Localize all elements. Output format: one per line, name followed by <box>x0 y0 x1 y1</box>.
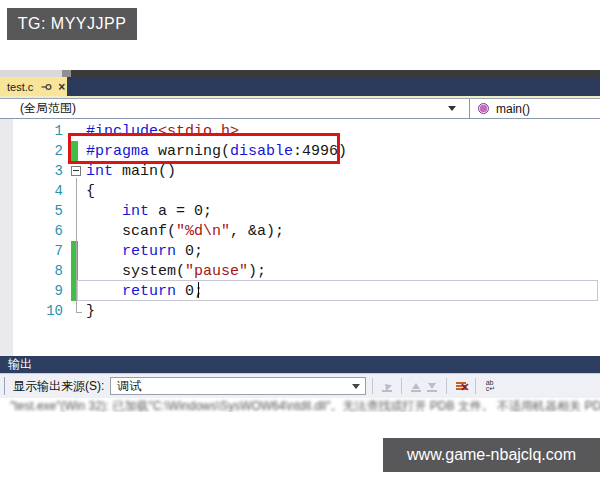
code-text: return 0; <box>81 243 203 260</box>
line-number: 3 <box>13 163 69 179</box>
code-line-2[interactable]: 2#pragma warning(disable:4996) <box>13 141 600 161</box>
close-icon[interactable]: × <box>58 81 65 93</box>
method-icon <box>478 103 489 114</box>
fold-guide-end <box>76 312 82 313</box>
chrome-strip-light <box>0 70 62 77</box>
output-source-value: 调试 <box>117 378 141 395</box>
watermark-website: www.game-nbajclq.com <box>383 438 600 472</box>
code-text: } <box>81 303 95 320</box>
output-source-label: 显示输出来源(S): <box>13 378 104 395</box>
text-caret <box>198 282 199 298</box>
tab-test-c[interactable]: test.c × <box>0 77 67 96</box>
line-number: 7 <box>13 243 69 259</box>
toolbar-grip <box>4 377 5 395</box>
word-wrap-icon[interactable]: ab c↵ <box>482 378 498 394</box>
code-line-1[interactable]: 1#include<stdio.h> <box>13 121 600 141</box>
scope-dropdown-value: (全局范围) <box>20 100 76 117</box>
output-source-combobox[interactable]: 调试 <box>110 377 366 395</box>
document-tab-strip: test.c × <box>0 77 600 96</box>
change-indicator-gutter <box>69 241 81 261</box>
line-number: 4 <box>13 183 69 199</box>
toolbar-separator <box>372 378 373 394</box>
watermark-website-label: www.game-nbajclq.com <box>407 446 576 464</box>
output-log-area: ″test.exe″(Win 32): 已加载″C:\Windows\SysWO… <box>0 398 600 412</box>
code-text: { <box>81 183 95 200</box>
code-line-10[interactable]: 10} <box>13 301 600 321</box>
current-line-highlight <box>77 280 598 301</box>
line-number: 6 <box>13 223 69 239</box>
member-dropdown[interactable]: main() <box>469 99 600 118</box>
watermark-telegram-label: TG: MYYJJPP <box>18 15 127 33</box>
indicator-margin <box>0 119 13 356</box>
code-text: #pragma warning(disable:4996) <box>81 143 347 160</box>
watermark-telegram: TG: MYYJJPP <box>7 8 137 40</box>
output-panel-title[interactable]: 输出 <box>0 356 600 373</box>
blurred-output-line: ″test.exe″(Win 32): 已加载″C:\Windows\SysWO… <box>10 398 600 412</box>
output-panel-title-label: 输出 <box>8 356 32 373</box>
change-indicator-gutter <box>69 141 81 161</box>
scope-dropdown[interactable]: (全局范围) <box>0 99 468 118</box>
collapse-minus-icon[interactable] <box>71 166 81 176</box>
code-editor[interactable]: 1#include<stdio.h>2#pragma warning(disab… <box>0 119 600 356</box>
chevron-down-icon <box>448 106 456 111</box>
chevron-down-icon <box>352 384 360 389</box>
code-text: int a = 0; <box>81 203 212 220</box>
code-line-3[interactable]: 3int main() <box>13 161 600 181</box>
window-chrome-strip <box>0 70 600 77</box>
clear-all-icon[interactable]: ✕ <box>453 378 469 394</box>
code-text: #include<stdio.h> <box>81 123 239 140</box>
tab-title: test.c <box>7 81 33 93</box>
line-number: 5 <box>13 203 69 219</box>
chrome-strip-square <box>62 70 71 77</box>
pin-icon[interactable] <box>41 82 52 92</box>
vs-ide-screenshot: TG: MYYJJPP test.c × (全局范围) main() <box>0 0 600 480</box>
toolbar-separator <box>475 378 476 394</box>
toolbar-separator <box>401 378 402 394</box>
line-number: 9 <box>13 283 69 299</box>
change-indicator-gutter <box>69 221 81 241</box>
member-dropdown-value: main() <box>496 102 530 116</box>
code-line-6[interactable]: 6 scanf(″%d\n″, &a); <box>13 221 600 241</box>
previous-message-icon[interactable] <box>408 378 424 394</box>
next-message-icon[interactable] <box>424 378 440 394</box>
change-indicator-gutter <box>69 181 81 201</box>
change-indicator-gutter <box>69 301 81 321</box>
line-number: 2 <box>13 143 69 159</box>
change-indicator-gutter <box>69 261 81 281</box>
find-message-icon[interactable] <box>379 378 395 394</box>
code-text: int main() <box>81 163 176 180</box>
change-indicator-gutter <box>69 121 81 141</box>
output-toolbar: 显示输出来源(S): 调试 ✕ ab c↵ <box>0 373 600 398</box>
code-line-7[interactable]: 7 return 0; <box>13 241 600 261</box>
code-text: system(″pause″); <box>81 263 266 280</box>
code-line-4[interactable]: 4{ <box>13 181 600 201</box>
code-line-5[interactable]: 5 int a = 0; <box>13 201 600 221</box>
line-number: 10 <box>13 303 69 319</box>
change-indicator-gutter <box>69 201 81 221</box>
navigation-bar: (全局范围) main() <box>0 98 600 119</box>
line-number: 1 <box>13 123 69 139</box>
code-text: scanf(″%d\n″, &a); <box>81 223 284 240</box>
code-line-8[interactable]: 8 system(″pause″); <box>13 261 600 281</box>
line-number: 8 <box>13 263 69 279</box>
toolbar-separator <box>446 378 447 394</box>
